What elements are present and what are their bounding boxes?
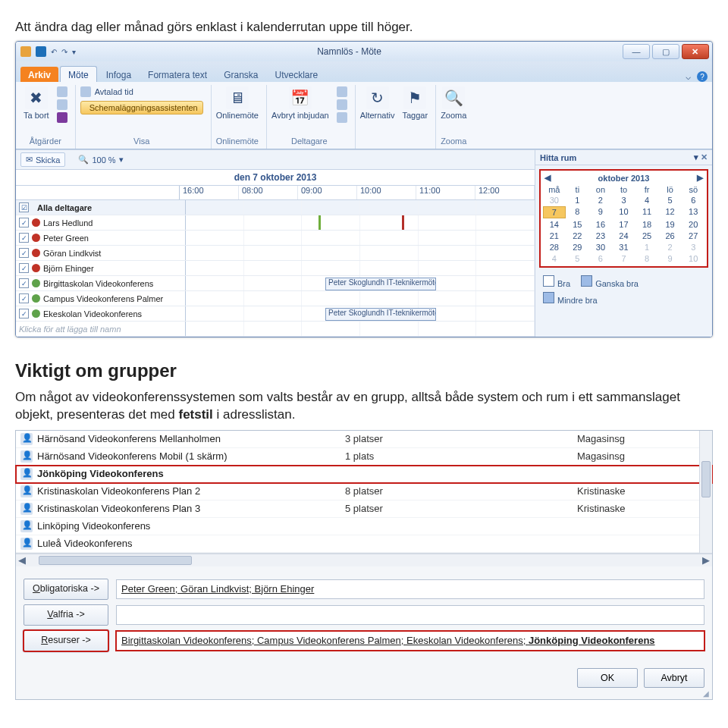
close-button[interactable]: ✕: [682, 44, 709, 59]
calendar-day[interactable]: 6: [682, 195, 704, 206]
address-row[interactable]: Jönköping Videokonferens: [16, 466, 712, 483]
resurser-field[interactable]: Birgittaskolan Videokonferens; Campus Vi…: [116, 631, 704, 651]
cancel-invitation-button[interactable]: 📅Avbryt inbjudan: [271, 86, 329, 120]
calendar-day[interactable]: 1: [635, 242, 658, 253]
calendar-mini-button[interactable]: [57, 86, 67, 97]
calendar-day[interactable]: 2: [659, 242, 682, 253]
undo-icon[interactable]: ↶: [51, 48, 57, 56]
tags-button[interactable]: ⚑Taggar: [402, 86, 428, 120]
calendar-day[interactable]: 27: [682, 231, 704, 241]
attendee-checkbox[interactable]: ✓: [19, 233, 29, 243]
online-meeting-button[interactable]: 🖥Onlinemöte: [216, 86, 259, 120]
tab-utvecklare[interactable]: Utvecklare: [267, 67, 325, 82]
calendar-day[interactable]: 10: [682, 253, 704, 264]
calendar-day[interactable]: 2: [589, 195, 612, 206]
attendee-checkbox[interactable]: ✓: [19, 218, 29, 228]
calendar-day[interactable]: 31: [613, 242, 635, 253]
calendar-day[interactable]: 24: [613, 231, 635, 241]
obligatoriska-button[interactable]: Obligatoriska ->: [24, 579, 108, 600]
address-row[interactable]: Kristinaskolan Videokonferens Plan 35 pl…: [16, 500, 712, 518]
event-chip[interactable]: Peter Skoglundh IT-teknikermöte: [325, 308, 436, 321]
send-button[interactable]: ✉ Skicka: [20, 152, 65, 167]
attendee-checkbox[interactable]: ✓: [19, 293, 29, 303]
qat-dropdown-icon[interactable]: ▾: [72, 48, 76, 56]
attendee-checkbox[interactable]: ✓: [19, 309, 29, 318]
attendee-checkbox[interactable]: ✓: [19, 263, 29, 273]
obligatoriska-field[interactable]: Peter Green; Göran Lindkvist; Björn Ehin…: [116, 579, 704, 599]
calendar-day[interactable]: 14: [543, 219, 566, 230]
attendee-checkbox[interactable]: ✓: [19, 278, 29, 288]
calendar-day[interactable]: 6: [589, 253, 612, 264]
prev-month-icon[interactable]: ◀: [544, 173, 551, 183]
response-mini-button[interactable]: [337, 112, 347, 123]
calendar-day[interactable]: 13: [682, 206, 704, 218]
tab-infoga[interactable]: Infoga: [99, 67, 139, 82]
zoom-button[interactable]: 🔍Zooma: [441, 86, 466, 120]
mini-calendar[interactable]: ◀ oktober 2013 ▶ måtiontofrlösö301234567…: [539, 169, 708, 268]
find-room-dropdown-icon[interactable]: ▾: [694, 152, 698, 162]
calendar-day[interactable]: 5: [566, 253, 589, 264]
scroll-left-icon[interactable]: ◀: [16, 554, 28, 566]
calendar-day[interactable]: 25: [635, 231, 658, 241]
calendar-day[interactable]: 4: [635, 195, 658, 206]
ok-button[interactable]: OK: [577, 668, 638, 688]
address-row[interactable]: Härnösand Videokonferens Mobil (1 skärm)…: [16, 448, 712, 466]
calendar-day[interactable]: 9: [589, 206, 612, 218]
tab-arkiv[interactable]: Arkiv: [20, 67, 58, 82]
calendar-day[interactable]: 17: [613, 219, 635, 230]
address-row[interactable]: Härnösand Videokonferens Mellanholmen3 p…: [16, 431, 712, 448]
calendar-day[interactable]: 29: [566, 242, 589, 253]
attendee-checkbox[interactable]: ✓: [19, 248, 29, 258]
select-all-checkbox[interactable]: ☑: [19, 202, 29, 212]
valfria-button[interactable]: Valfria ->: [24, 604, 108, 626]
calendar-day[interactable]: 1: [566, 195, 589, 206]
calendar-day[interactable]: 22: [566, 231, 589, 241]
calendar-day[interactable]: 8: [635, 253, 658, 264]
calendar-day[interactable]: 15: [566, 219, 589, 230]
address-row[interactable]: Luleå Videokonferens: [16, 535, 712, 553]
collapse-ribbon-icon[interactable]: ⌵: [686, 71, 691, 82]
calendar-day[interactable]: 8: [566, 206, 589, 218]
redo-icon[interactable]: ↷: [61, 48, 67, 56]
forward-mini-button[interactable]: [57, 99, 67, 110]
onenote-mini-button[interactable]: [57, 112, 67, 123]
valfria-field[interactable]: [116, 605, 704, 625]
event-chip[interactable]: Peter Skoglundh IT-teknikermöte: [325, 278, 436, 290]
calendar-day[interactable]: 19: [659, 219, 682, 230]
calendar-day[interactable]: 28: [543, 242, 566, 253]
add-attendee-placeholder[interactable]: Klicka för att lägga till namn: [16, 322, 186, 336]
calendar-day[interactable]: 30: [589, 242, 612, 253]
checknames-mini-button[interactable]: [337, 99, 347, 110]
address-row[interactable]: Linköping Videokonferens: [16, 518, 712, 535]
calendar-day[interactable]: 3: [682, 242, 704, 253]
horizontal-scrollbar[interactable]: ◀ ▶: [16, 554, 712, 566]
resize-grip-icon[interactable]: ◢: [16, 689, 712, 699]
avbryt-button[interactable]: Avbryt: [644, 668, 704, 688]
scroll-right-icon[interactable]: ▶: [700, 554, 712, 566]
tab-mote[interactable]: Möte: [60, 66, 97, 82]
zoom-value-button[interactable]: 🔍 100 % ▾: [73, 152, 128, 167]
calendar-day[interactable]: 23: [589, 231, 612, 241]
delete-button[interactable]: ✖ Ta bort: [24, 86, 49, 120]
next-month-icon[interactable]: ▶: [697, 173, 703, 183]
calendar-day[interactable]: 10: [613, 206, 635, 218]
maximize-button[interactable]: ▢: [652, 44, 679, 59]
calendar-day[interactable]: 4: [543, 253, 566, 264]
tab-granska[interactable]: Granska: [216, 67, 265, 82]
addressbook-mini-button[interactable]: [337, 86, 347, 97]
address-row[interactable]: Kristinaskolan Videokonferens Plan 28 pl…: [16, 483, 712, 500]
calendar-day[interactable]: 26: [659, 231, 682, 241]
calendar-day[interactable]: 7: [543, 206, 566, 218]
scheduling-assistant-button[interactable]: Schemaläggningsassistenten: [80, 101, 203, 115]
calendar-day[interactable]: 12: [659, 206, 682, 218]
tab-formatera[interactable]: Formatera text: [140, 67, 215, 82]
calendar-day[interactable]: 7: [613, 253, 635, 264]
calendar-day[interactable]: 18: [635, 219, 658, 230]
vertical-scrollbar[interactable]: [699, 431, 712, 553]
avtalad-tid-button[interactable]: Avtalad tid: [80, 86, 203, 97]
help-icon[interactable]: ?: [697, 71, 708, 82]
options-button[interactable]: ↻Alternativ: [360, 86, 395, 120]
calendar-day[interactable]: 16: [589, 219, 612, 230]
calendar-day[interactable]: 3: [613, 195, 635, 206]
calendar-day[interactable]: 21: [543, 231, 566, 241]
